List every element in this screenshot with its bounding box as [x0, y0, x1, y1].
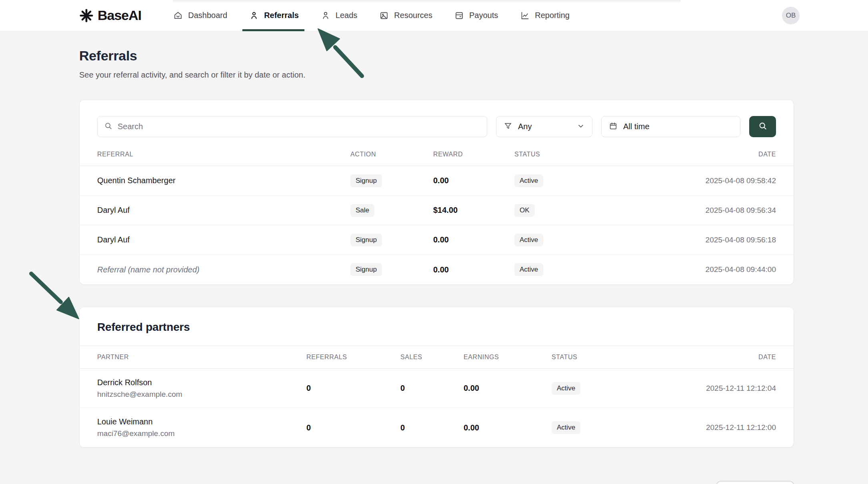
brand-name: BaseAI	[98, 8, 141, 23]
partner-sales-count: 0	[400, 384, 464, 393]
card-icon	[454, 11, 464, 20]
table-row: Daryl Auf Signup 0.00 Active 2025-04-08 …	[80, 225, 794, 255]
partner-name: Louie Weimann	[97, 417, 306, 426]
partner-sales-count: 0	[400, 423, 464, 432]
nav-item-dashboard[interactable]: Dashboard	[173, 0, 227, 31]
search-icon	[758, 121, 768, 132]
partners-table-header: PARTNER REFERRALS SALES EARNINGS STATUS …	[80, 346, 794, 369]
nav-label: Dashboard	[188, 11, 227, 20]
partner-email: maci76@example.com	[97, 429, 306, 438]
column-header-referrals: REFERRALS	[306, 354, 400, 361]
nav-item-reporting[interactable]: Reporting	[520, 0, 570, 31]
referral-name: Daryl Auf	[97, 235, 350, 244]
action-badge: Signup	[350, 263, 382, 276]
user-icon	[249, 11, 259, 20]
reward-value: 0.00	[433, 176, 514, 185]
nav-item-leads[interactable]: Leads	[321, 0, 358, 31]
column-header-action: ACTION	[350, 151, 433, 158]
action-badge: Signup	[350, 234, 382, 246]
nav-label: Resources	[394, 11, 432, 20]
referral-date: 2025-04-08 09:44:00	[706, 265, 776, 274]
column-header-sales: SALES	[400, 354, 464, 361]
partner-earnings: 0.00	[464, 384, 552, 393]
column-header-date: DATE	[758, 354, 776, 361]
reward-value: $14.00	[433, 206, 514, 215]
home-icon	[173, 11, 183, 20]
status-badge: Active	[552, 421, 580, 434]
partner-referrals-count: 0	[306, 423, 400, 432]
column-header-partner: PARTNER	[97, 354, 306, 361]
nav-label: Reporting	[535, 11, 570, 20]
status-badge: Active	[552, 382, 580, 395]
referral-date: 2025-04-08 09:58:42	[706, 176, 776, 185]
table-row: Referral (name not provided) Signup 0.00…	[80, 255, 794, 284]
filter-row: Any All time	[80, 100, 794, 137]
main-nav: Dashboard Referrals Leads	[173, 0, 570, 31]
referred-partners-card: Referred partners PARTNER REFERRALS SALE…	[79, 307, 794, 448]
search-input[interactable]	[118, 122, 480, 131]
date-range-picker[interactable]: All time	[601, 116, 740, 137]
table-row: Louie Weimann maci76@example.com 0 0 0.0…	[80, 408, 794, 447]
status-badge: OK	[514, 204, 535, 217]
date-filter-value: All time	[623, 122, 650, 131]
funnel-icon	[504, 122, 512, 132]
table-row: Daryl Auf Sale $14.00 OK 2025-04-08 09:5…	[80, 196, 794, 225]
top-edge-artifact	[173, 0, 681, 3]
table-row: Quentin Schamberger Signup 0.00 Active 2…	[80, 166, 794, 196]
status-badge: Active	[514, 174, 543, 187]
reward-value: 0.00	[433, 265, 514, 274]
main-content: Referrals See your referral activity, an…	[0, 48, 868, 448]
column-header-date: DATE	[758, 151, 776, 158]
nav-item-payouts[interactable]: Payouts	[454, 0, 498, 31]
partner-referrals-count: 0	[306, 384, 400, 393]
top-navigation-bar: BaseAI Dashboard Referrals	[0, 0, 868, 31]
referral-date: 2025-04-08 09:56:18	[706, 236, 776, 244]
table-row: Derrick Rolfson hnitzsche@example.com 0 …	[80, 369, 794, 408]
referral-name: Daryl Auf	[97, 206, 350, 215]
partial-bottom-button[interactable]	[716, 481, 794, 484]
column-header-referral: REFERRAL	[97, 151, 350, 158]
nav-item-resources[interactable]: Resources	[379, 0, 432, 31]
action-badge: Signup	[350, 174, 382, 187]
action-filter-value: Any	[518, 122, 532, 131]
partner-name: Derrick Rolfson	[97, 378, 306, 387]
search-field[interactable]	[97, 116, 487, 137]
search-submit-button[interactable]	[749, 116, 776, 137]
page-subtitle: See your referral activity, and search o…	[79, 70, 794, 80]
partner-date: 2025-12-11 12:12:04	[706, 384, 776, 393]
referral-name: Referral (name not provided)	[97, 265, 350, 274]
chevron-down-icon	[577, 122, 585, 132]
column-header-status: STATUS	[552, 354, 758, 361]
referral-name: Quentin Schamberger	[97, 176, 350, 185]
column-header-earnings: EARNINGS	[464, 354, 552, 361]
referral-date: 2025-04-08 09:56:34	[706, 206, 776, 215]
avatar-initials: OB	[786, 12, 796, 20]
column-header-reward: REWARD	[433, 151, 514, 158]
image-icon	[379, 11, 389, 20]
partner-earnings: 0.00	[464, 423, 552, 432]
column-header-status: STATUS	[514, 151, 758, 158]
action-badge: Sale	[350, 204, 374, 217]
active-tab-underline	[242, 29, 304, 31]
nav-label: Referrals	[264, 11, 299, 20]
reward-value: 0.00	[433, 235, 514, 244]
action-filter-dropdown[interactable]: Any	[496, 116, 592, 137]
chart-icon	[520, 11, 530, 20]
calendar-icon	[609, 122, 618, 132]
user-avatar[interactable]: OB	[782, 7, 800, 24]
logo-asterisk-icon	[79, 8, 94, 23]
search-icon	[104, 122, 113, 132]
page-title: Referrals	[79, 48, 794, 64]
section-title: Referred partners	[80, 307, 794, 346]
nav-item-referrals[interactable]: Referrals	[249, 0, 299, 31]
status-badge: Active	[514, 263, 543, 276]
referrals-card: Any All time	[79, 100, 794, 285]
nav-label: Payouts	[469, 11, 498, 20]
referrals-table-header: REFERRAL ACTION REWARD STATUS DATE	[80, 137, 794, 166]
brand-logo[interactable]: BaseAI	[79, 8, 141, 23]
partner-email: hnitzsche@example.com	[97, 390, 306, 399]
partner-date: 2025-12-11 12:12:00	[706, 423, 776, 432]
user-icon	[321, 11, 330, 20]
nav-label: Leads	[336, 11, 358, 20]
status-badge: Active	[514, 234, 543, 246]
